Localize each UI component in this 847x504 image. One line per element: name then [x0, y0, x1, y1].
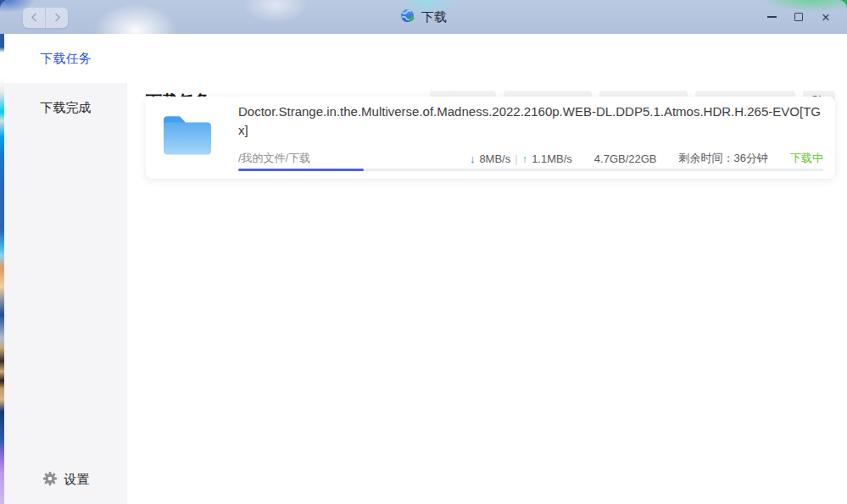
settings-label: 设置 — [64, 472, 90, 488]
task-status-badge: 下载中 — [790, 151, 823, 166]
sidebar-item-label: 下载任务 — [41, 51, 92, 67]
upload-arrow-icon: ↑ — [522, 152, 528, 165]
minimize-icon — [767, 16, 777, 18]
task-filename: Doctor.Strange.in.the.Multiverse.of.Madn… — [238, 102, 825, 140]
window-title: 下载 — [421, 9, 447, 25]
sidebar-item-label: 下载完成 — [41, 100, 92, 116]
close-button[interactable]: × — [818, 8, 833, 25]
task-progress-fill — [238, 169, 364, 171]
task-up-speed: 1.1MB/s — [532, 152, 572, 165]
task-size: 4.7GB/22GB — [594, 152, 657, 165]
sidebar-item-download-finished[interactable]: 下载完成 — [4, 83, 127, 132]
sidebar: 下载任务 下载完成 设置 — [4, 34, 127, 504]
separator: | — [515, 152, 517, 165]
globe-download-icon — [400, 8, 415, 26]
task-remaining-time: 剩余时间：36分钟 — [679, 151, 768, 166]
gear-icon — [42, 471, 58, 489]
task-path: /我的文件/下载 — [238, 151, 310, 166]
task-meta-row: /我的文件/下载 ↓8MB/s | ↑1.1MB/s 4.7GB/22GB 剩余… — [238, 151, 823, 166]
close-icon: × — [822, 10, 830, 25]
download-task-row[interactable]: Doctor.Strange.in.the.Multiverse.of.Madn… — [146, 97, 835, 179]
titlebar[interactable]: 下载 × — [0, 0, 847, 34]
sidebar-item-settings[interactable]: 设置 — [4, 463, 127, 496]
window-title-area: 下载 — [0, 0, 847, 34]
minimize-button[interactable] — [764, 8, 779, 25]
task-down-speed: 8MB/s — [479, 152, 510, 165]
sidebar-item-download-tasks[interactable]: 下载任务 — [4, 34, 127, 83]
task-speeds: ↓8MB/s | ↑1.1MB/s — [470, 152, 572, 165]
main-content: 下载任务 共1个 | 1个任务下载中 | ↓8MB/s | ↑1.1MB/s |… — [127, 34, 847, 504]
window-controls: × — [764, 0, 833, 34]
folder-icon — [161, 109, 214, 158]
app-window: 下载 × 下载任务 下载完成 — [0, 0, 847, 504]
maximize-icon — [794, 13, 803, 21]
download-arrow-icon: ↓ — [470, 152, 476, 165]
maximize-button[interactable] — [791, 8, 806, 25]
task-progress-bar — [238, 169, 823, 171]
